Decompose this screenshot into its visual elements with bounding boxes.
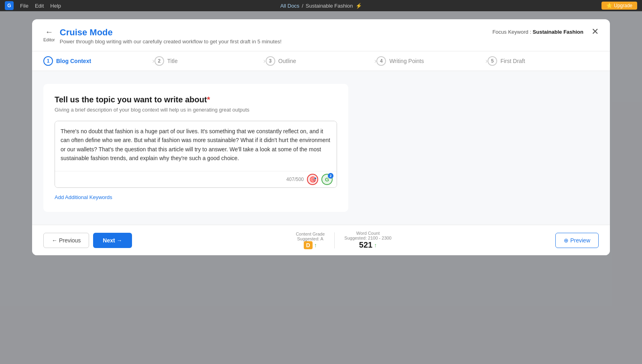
modal-title-block: Cruise Mode Power through blog writing w… [60, 27, 282, 45]
context-textarea[interactable] [55, 121, 337, 169]
card-title: Tell us the topic you want to write abou… [55, 95, 337, 104]
word-count-title: Word Count [356, 231, 380, 236]
word-count-arrow-icon: ↑ [374, 242, 377, 248]
steps-nav: 1 Blog Context › 2 Title › 3 Outline › [32, 51, 610, 71]
close-button[interactable]: ✕ [591, 27, 599, 36]
word-count-value: 521 ↑ [359, 240, 377, 250]
add-keywords-link[interactable]: Add Additional Keywords [55, 194, 112, 200]
step-1-label: Blog Context [56, 58, 91, 64]
content-grade-block: Content Grade Suggested: A D ↑ [286, 232, 334, 249]
step-4-circle: 4 [376, 56, 386, 66]
step-outline[interactable]: 3 Outline › [266, 51, 377, 71]
step-blog-context[interactable]: 1 Blog Context › [43, 51, 154, 71]
word-count-block: Word Count Suggested: 2100 - 2300 521 ↑ [335, 231, 401, 250]
content-grade-title: Content Grade [296, 232, 325, 236]
menu-help[interactable]: Help [50, 3, 61, 9]
breadcrumb-all-docs[interactable]: All Docs [280, 3, 299, 9]
card-subtitle: Giving a brief description of your blog … [55, 107, 337, 113]
required-indicator: * [207, 95, 210, 104]
app-logo: G [5, 1, 14, 10]
step-3-circle: 3 [266, 56, 275, 66]
footer-nav-buttons: ← Previous Next → [43, 233, 132, 248]
context-textarea-wrapper: 407/500 🎯 G 2 [55, 121, 337, 188]
content-card: Tell us the topic you want to write abou… [43, 84, 348, 212]
textarea-footer: 407/500 🎯 G 2 [55, 171, 337, 187]
step-2-label: Title [167, 58, 178, 64]
back-arrow-icon: ← [45, 27, 53, 37]
modal-footer: ← Previous Next → Content Grade Suggeste… [32, 225, 610, 255]
step-first-draft[interactable]: 5 First Draft [488, 51, 599, 71]
step-4-label: Writing Points [389, 58, 424, 64]
modal-title: Cruise Mode [60, 27, 282, 38]
breadcrumb-icon: ⚡ [356, 3, 362, 9]
step-5-circle: 5 [488, 56, 497, 66]
cruise-mode-modal: ← Editor Cruise Mode Power through blog … [32, 19, 610, 255]
breadcrumb: All Docs / Sustainable Fashion ⚡ [280, 3, 362, 9]
step-1-circle: 1 [43, 56, 53, 66]
previous-button[interactable]: ← Previous [43, 233, 89, 248]
grammarly-icon: G 2 [321, 174, 333, 185]
back-label: Editor [43, 37, 55, 42]
modal-header: ← Editor Cruise Mode Power through blog … [32, 19, 610, 51]
upgrade-button[interactable]: ⭐ Upgrade [601, 2, 637, 10]
word-count-suggested: Suggested: 2100 - 2300 [344, 236, 391, 240]
target-icon: 🎯 [307, 174, 318, 185]
step-writing-points[interactable]: 4 Writing Points › [376, 51, 488, 71]
menu-bar: G File Edit Help All Docs / Sustainable … [0, 0, 642, 11]
modal-subtitle: Power through blog writing with our care… [60, 39, 282, 45]
content-grade-suggested: Suggested: A [297, 236, 323, 241]
step-title[interactable]: 2 Title › [154, 51, 266, 71]
grade-arrow-icon: ↑ [314, 242, 317, 248]
menu-file[interactable]: File [20, 3, 28, 9]
modal-body: Tell us the topic you want to write abou… [32, 71, 610, 225]
menu-edit[interactable]: Edit [35, 3, 44, 9]
back-button[interactable]: ← Editor [43, 27, 55, 42]
char-count: 407/500 [286, 177, 304, 182]
breadcrumb-current: Sustainable Fashion [306, 3, 353, 9]
step-3-label: Outline [278, 58, 296, 64]
preview-button[interactable]: ⊕ Preview [555, 233, 599, 248]
next-button[interactable]: Next → [93, 233, 132, 248]
step-5-label: First Draft [500, 58, 525, 64]
focus-keyword: Focus Keyword : Sustainable Fashion [492, 29, 583, 35]
modal-overlay: ← Editor Cruise Mode Power through blog … [0, 11, 642, 364]
step-2-circle: 2 [154, 56, 164, 66]
focus-keyword-value: Sustainable Fashion [533, 29, 583, 35]
breadcrumb-separator: / [302, 3, 303, 9]
footer-metrics: Content Grade Suggested: A D ↑ Word Coun… [286, 231, 401, 250]
grade-badge: D [304, 241, 313, 249]
content-grade-value: D ↑ [304, 241, 317, 249]
modal-header-left: ← Editor Cruise Mode Power through blog … [43, 27, 282, 45]
